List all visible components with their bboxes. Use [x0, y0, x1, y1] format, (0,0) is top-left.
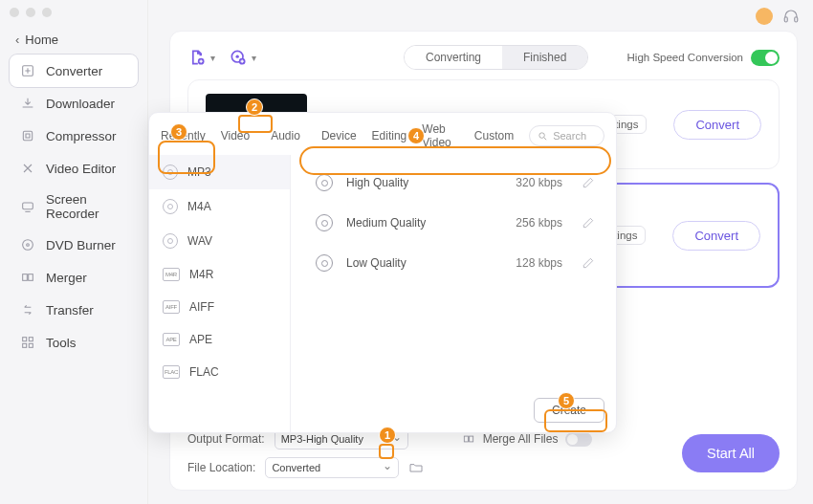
traffic-light-dot — [26, 8, 35, 17]
file-location-label: File Location: — [187, 461, 255, 474]
sidebar-item-transfer[interactable]: Transfer — [10, 294, 138, 326]
sidebar-item-label: Transfer — [46, 303, 94, 318]
editor-icon — [19, 160, 36, 177]
svg-rect-1 — [23, 131, 32, 140]
high-speed-toggle[interactable] — [751, 50, 780, 66]
tools-icon — [19, 334, 36, 351]
popup-tab-custom[interactable]: Custom — [474, 129, 514, 142]
sidebar-item-label: Screen Recorder — [46, 192, 128, 221]
start-all-button[interactable]: Start All — [682, 434, 780, 472]
format-item-mp3[interactable]: MP3 — [149, 155, 290, 189]
annotation-badge-2: 2 — [246, 99, 263, 116]
avatar[interactable] — [756, 8, 773, 25]
sidebar: ‹ Home Converter Downloader Compressor V… — [0, 0, 148, 504]
popup-search[interactable]: Search — [529, 125, 604, 146]
svg-point-4 — [27, 244, 30, 247]
output-format-value: MP3-High Quality — [281, 433, 363, 445]
add-disc-icon — [229, 48, 248, 67]
traffic-light-dot — [42, 8, 52, 17]
sidebar-item-merger[interactable]: Merger — [10, 261, 138, 294]
format-item-aiff[interactable]: AIFFAIFF — [149, 291, 290, 323]
edit-icon[interactable] — [582, 256, 595, 270]
popup-tab-editing[interactable]: Editing — [372, 129, 407, 142]
svg-rect-8 — [29, 338, 33, 341]
quality-kbps: 256 kbps — [516, 216, 562, 230]
disc-icon — [163, 233, 178, 249]
nav-home-label: Home — [25, 33, 58, 47]
disc-icon — [316, 174, 333, 191]
window-controls — [0, 0, 148, 25]
svg-rect-24 — [469, 436, 472, 442]
popup-tabs: Recently Video Audio Device Editing Web … — [149, 113, 616, 155]
annotation-badge-3: 3 — [170, 123, 187, 141]
disc-icon — [163, 164, 178, 180]
sidebar-item-label: DVD Burner — [46, 238, 116, 252]
tab-converting[interactable]: Converting — [405, 46, 502, 69]
quality-row-high[interactable]: High Quality 320 kbps — [302, 163, 604, 203]
popup-tab-web-video[interactable]: Web Video — [422, 122, 459, 149]
sidebar-item-label: Converter — [46, 64, 102, 78]
sidebar-item-label: Video Editor — [46, 162, 116, 176]
dvd-icon — [19, 236, 36, 253]
output-format-label: Output Format: — [187, 432, 265, 446]
format-item-m4r[interactable]: M4RM4R — [149, 258, 290, 291]
file-location-select[interactable]: Converted — [265, 457, 399, 478]
sidebar-item-converter[interactable]: Converter — [10, 55, 138, 87]
support-icon[interactable] — [782, 8, 800, 25]
annotation-badge-4: 4 — [407, 127, 425, 144]
nav-home[interactable]: ‹ Home — [0, 25, 147, 51]
aiff-icon: AIFF — [163, 300, 180, 314]
svg-point-25 — [539, 132, 545, 138]
svg-rect-2 — [23, 203, 33, 209]
sidebar-item-downloader[interactable]: Downloader — [10, 87, 138, 120]
sidebar-item-label: Merger — [46, 271, 87, 285]
format-label: MP3 — [187, 165, 211, 179]
format-label: FLAC — [189, 365, 219, 379]
disc-icon — [316, 214, 333, 231]
sidebar-item-tools[interactable]: Tools — [10, 326, 138, 359]
sidebar-item-screen-recorder[interactable]: Screen Recorder — [10, 185, 138, 229]
download-icon — [19, 95, 36, 112]
flac-icon: FLAC — [163, 365, 180, 379]
svg-rect-6 — [29, 274, 33, 281]
format-item-wav[interactable]: WAV — [149, 224, 290, 258]
disc-icon — [316, 254, 333, 272]
quality-row-low[interactable]: Low Quality 128 kbps — [302, 243, 604, 283]
open-folder-icon[interactable] — [408, 460, 424, 475]
edit-icon[interactable] — [582, 176, 595, 189]
search-placeholder: Search — [553, 130, 586, 142]
svg-rect-5 — [23, 274, 28, 281]
format-item-flac[interactable]: FLACFLAC — [149, 356, 290, 388]
converter-icon — [19, 62, 36, 79]
quality-row-medium[interactable]: Medium Quality 256 kbps — [302, 203, 604, 243]
high-speed-label: High Speed Conversion — [627, 52, 743, 63]
svg-rect-11 — [784, 17, 787, 22]
convert-button[interactable]: Convert — [673, 110, 761, 140]
popup-tab-device[interactable]: Device — [321, 129, 357, 142]
disc-icon — [163, 199, 178, 214]
merge-icon — [462, 432, 475, 446]
merge-toggle[interactable] — [565, 432, 592, 447]
format-label: AIFF — [189, 300, 214, 314]
convert-button[interactable]: Convert — [672, 221, 760, 251]
transfer-icon — [19, 301, 36, 318]
file-location-value: Converted — [272, 462, 320, 473]
merger-icon — [19, 269, 36, 286]
add-disc-button[interactable]: ▾ — [229, 48, 256, 67]
panel-toolbar: ▾ ▾ Converting Finished High Speed Conve… — [170, 32, 797, 79]
format-item-m4a[interactable]: M4A — [149, 189, 290, 224]
quality-list: High Quality 320 kbps Medium Quality 256… — [291, 155, 616, 432]
sidebar-item-video-editor[interactable]: Video Editor — [10, 152, 138, 185]
recorder-icon — [19, 198, 36, 215]
add-file-button[interactable]: ▾ — [187, 48, 215, 67]
format-item-ape[interactable]: APEAPE — [149, 323, 290, 356]
status-tabs: Converting Finished — [404, 45, 588, 70]
sidebar-item-label: Downloader — [46, 97, 115, 111]
edit-icon[interactable] — [582, 216, 595, 230]
popup-tab-audio[interactable]: Audio — [265, 127, 306, 144]
popup-tab-video[interactable]: Video — [221, 129, 250, 142]
tab-finished[interactable]: Finished — [502, 46, 587, 69]
svg-point-15 — [236, 55, 239, 58]
sidebar-item-dvd-burner[interactable]: DVD Burner — [10, 229, 138, 261]
sidebar-item-compressor[interactable]: Compressor — [10, 120, 138, 152]
